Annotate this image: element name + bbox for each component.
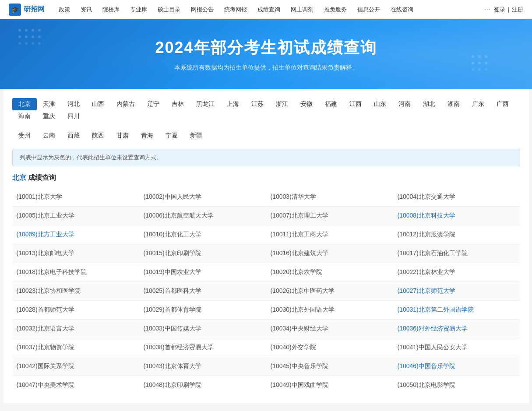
- nav-link-xinxigongkai[interactable]: 信息公开: [352, 0, 385, 19]
- table-cell: (10033)中国传媒大学: [139, 320, 266, 338]
- nav-link-shuoshimulu[interactable]: 硕士目录: [152, 0, 186, 19]
- svg-point-18: [472, 68, 474, 71]
- region-tab-guangxi[interactable]: 广西: [490, 98, 515, 110]
- hero-title: 2024年部分考生初试成绩查询: [155, 37, 377, 59]
- table-cell: (10016)北京建筑大学: [266, 244, 393, 263]
- login-link[interactable]: 登录: [494, 6, 505, 14]
- register-link[interactable]: 注册: [512, 6, 523, 14]
- svg-point-17: [485, 62, 487, 64]
- svg-point-10: [32, 42, 34, 45]
- table-cell: (10023)北京协和医学院: [12, 282, 139, 301]
- region-tab-xinjiang[interactable]: 新疆: [184, 130, 208, 142]
- region-tab-gansu[interactable]: 甘肃: [110, 130, 135, 142]
- table-cell: (10002)中国人民大学: [139, 188, 266, 207]
- nav-link-wangbaogonggao[interactable]: 网报公告: [186, 0, 219, 19]
- table-cell[interactable]: (10031)北京第二外国语学院: [393, 301, 520, 320]
- region-tab-yunnan[interactable]: 云南: [37, 130, 61, 142]
- region-tab-sichuan[interactable]: 四川: [61, 110, 86, 123]
- region-tab-neimenggu[interactable]: 内蒙古: [110, 98, 141, 110]
- table-cell: (10006)北京航空航天大学: [139, 207, 266, 225]
- table-cell: (10013)北京邮电大学: [12, 244, 139, 263]
- info-box-text: 列表中显示为灰色的，代表此招生单位未设置查询方式。: [20, 154, 162, 161]
- table-cell: (10043)北京体育大学: [139, 357, 266, 376]
- region-tab-hebei[interactable]: 河北: [61, 98, 86, 110]
- table-row: (10018)北京电子科技学院(10019)中国农业大学(10020)北京农学院…: [12, 263, 520, 282]
- table-cell: (10034)中央财经大学: [266, 320, 393, 338]
- table-cell: (10018)北京电子科技学院: [12, 263, 139, 282]
- hero-dots-right: [471, 54, 506, 81]
- nav-link-zaixunzixun[interactable]: 在线咨询: [385, 0, 419, 19]
- region-tab-xizang[interactable]: 西藏: [61, 130, 86, 142]
- region-tab-liaoning[interactable]: 辽宁: [141, 98, 166, 110]
- region-tab-jiangsu[interactable]: 江苏: [245, 98, 270, 110]
- nav-link-yuanxiaoku[interactable]: 院校库: [97, 0, 125, 19]
- nav-link-tongkaowangbao[interactable]: 统考网报: [219, 0, 252, 19]
- region-tab-zhejiang[interactable]: 浙江: [270, 98, 294, 110]
- region-tab-beijing[interactable]: 北京: [12, 98, 37, 110]
- region-tabs-row2: 贵州云南西藏陕西甘肃青海宁夏新疆: [12, 130, 520, 142]
- nav-more[interactable]: ···: [481, 6, 493, 14]
- region-tab-jilin[interactable]: 吉林: [166, 98, 190, 110]
- region-tab-guangdong[interactable]: 广东: [466, 98, 490, 110]
- svg-point-2: [32, 29, 34, 32]
- university-link-10046[interactable]: (10046)中国音乐学院: [398, 362, 455, 369]
- table-cell: (10020)北京农学院: [266, 263, 393, 282]
- region-tab-henan[interactable]: 河南: [392, 98, 417, 110]
- region-tab-guizhou[interactable]: 贵州: [12, 130, 37, 142]
- nav-link-zhengce[interactable]: 政策: [53, 0, 75, 19]
- university-link-10008[interactable]: (10008)北京科技大学: [398, 212, 455, 219]
- region-tab-hainan[interactable]: 海南: [12, 110, 37, 123]
- university-link-10009[interactable]: (10009)北方工业大学: [17, 231, 74, 238]
- nav-link-zixun[interactable]: 资讯: [75, 0, 97, 19]
- table-cell[interactable]: (10046)中国音乐学院: [393, 357, 520, 376]
- nav-link-tuimianfuwu[interactable]: 推免服务: [319, 0, 352, 19]
- nav-link-wangshangdiaoji[interactable]: 网上调剂: [285, 0, 319, 19]
- region-tab-heilongjiang[interactable]: 黑龙江: [190, 98, 221, 110]
- table-cell: (10045)中央音乐学院: [266, 357, 393, 376]
- university-link-10031[interactable]: (10031)北京第二外国语学院: [398, 306, 474, 313]
- region-tab-jiangxi[interactable]: 江西: [343, 98, 368, 110]
- table-cell: (10047)中央美术学院: [12, 376, 139, 395]
- region-tab-shanxi[interactable]: 山西: [86, 98, 110, 110]
- nav-link-chengjichaxun[interactable]: 成绩查询: [252, 0, 285, 19]
- region-tab-ningxia[interactable]: 宁夏: [159, 130, 184, 142]
- logo-icon: 🎓: [9, 4, 21, 16]
- table-cell[interactable]: (10008)北京科技大学: [393, 207, 520, 225]
- nav-links: 政策资讯院校库专业库硕士目录网报公告统考网报成绩查询网上调剂推免服务信息公开在线…: [53, 0, 481, 19]
- svg-point-4: [18, 35, 21, 38]
- svg-point-12: [472, 55, 474, 58]
- svg-point-16: [478, 62, 481, 64]
- region-tab-hunan[interactable]: 湖南: [441, 98, 466, 110]
- table-cell[interactable]: (10036)对外经济贸易大学: [393, 320, 520, 338]
- svg-point-9: [25, 42, 28, 45]
- hero-subtitle: 本系统所有数据均为招生单位提供，招生单位对查询结果负责解释。: [174, 64, 358, 72]
- nav-link-zhuanyeku[interactable]: 专业库: [125, 0, 152, 19]
- region-tab-anhui[interactable]: 安徽: [294, 98, 319, 110]
- region-tab-hubei[interactable]: 湖北: [417, 98, 441, 110]
- table-row: (10042)国际关系学院(10043)北京体育大学(10045)中央音乐学院(…: [12, 357, 520, 376]
- university-link-10036[interactable]: (10036)对外经济贸易大学: [398, 325, 468, 332]
- svg-point-0: [18, 29, 21, 32]
- table-cell[interactable]: (10027)北京师范大学: [393, 282, 520, 301]
- svg-point-20: [485, 68, 487, 71]
- nav-logo[interactable]: 🎓 研招网: [9, 4, 45, 16]
- table-cell: (10026)北京中医药大学: [266, 282, 393, 301]
- nav-bar: 🎓 研招网 政策资讯院校库专业库硕士目录网报公告统考网报成绩查询网上调剂推免服务…: [0, 0, 532, 19]
- region-tab-shandong[interactable]: 山东: [368, 98, 392, 110]
- region-tab-tianjin[interactable]: 天津: [37, 98, 61, 110]
- region-tab-chongqing[interactable]: 重庆: [37, 110, 61, 123]
- table-cell: (10032)北京语言大学: [12, 320, 139, 338]
- region-tab-shanghai[interactable]: 上海: [221, 98, 245, 110]
- table-row: (10001)北京大学(10002)中国人民大学(10003)清华大学(1000…: [12, 188, 520, 207]
- svg-point-8: [18, 42, 21, 45]
- svg-point-3: [38, 29, 41, 32]
- svg-point-13: [478, 55, 481, 58]
- region-tab-qinghai[interactable]: 青海: [135, 130, 159, 142]
- region-tab-fujian[interactable]: 福建: [319, 98, 343, 110]
- university-link-10027[interactable]: (10027)北京师范大学: [398, 287, 455, 294]
- region-tab-shaanxi[interactable]: 陕西: [86, 130, 110, 142]
- table-cell[interactable]: (10009)北方工业大学: [12, 225, 139, 244]
- table-cell: (10029)首都体育学院: [139, 301, 266, 320]
- table-row: (10032)北京语言大学(10033)中国传媒大学(10034)中央财经大学(…: [12, 320, 520, 338]
- section-title: 北京 成绩查询: [12, 173, 520, 183]
